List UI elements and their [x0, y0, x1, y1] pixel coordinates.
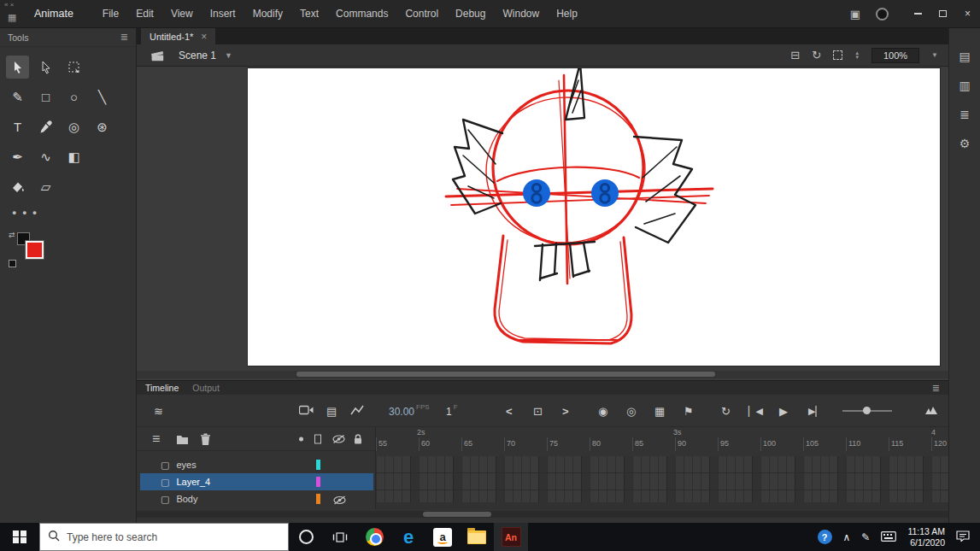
tray-expand-chevron-icon[interactable]: ∧: [843, 531, 851, 543]
tray-keyboard-icon[interactable]: [881, 530, 896, 545]
task-view-button[interactable]: [323, 523, 357, 551]
loop-icon[interactable]: ↻: [721, 404, 731, 417]
zoom-chevron-icon[interactable]: ▼: [931, 51, 938, 59]
zoom-stepper[interactable]: ▲▼: [854, 51, 860, 60]
rotation-icon[interactable]: ↻: [812, 49, 821, 62]
edit-multiple-frames-icon[interactable]: ▦: [654, 404, 665, 417]
edge-button[interactable]: e: [391, 523, 425, 551]
workspace-switcher-icon[interactable]: ▣: [850, 8, 860, 21]
taskbar-search[interactable]: [39, 523, 289, 551]
frame-ruler[interactable]: 2s 3s 4 55606570758085909510010511011512…: [376, 427, 948, 451]
menu-item-view[interactable]: View: [162, 0, 202, 27]
menu-item-window[interactable]: Window: [494, 0, 548, 27]
menu-item-file[interactable]: File: [94, 0, 127, 27]
subselection-tool-icon[interactable]: [34, 56, 57, 79]
graph-editor-icon[interactable]: [350, 403, 364, 419]
scene-breadcrumb[interactable]: Scene 1: [179, 50, 216, 62]
advanced-layers-icon[interactable]: ▤: [326, 404, 337, 417]
timeline-hscroll-thumb[interactable]: [423, 512, 491, 517]
taskbar-clock[interactable]: 11:13 AM 6/1/2020: [907, 526, 945, 548]
eyedropper-tool-icon[interactable]: [34, 115, 57, 138]
oval-tool-icon[interactable]: ○: [62, 85, 85, 108]
lock-all-layers-icon[interactable]: [352, 433, 364, 444]
layer-color-swatch[interactable]: [316, 460, 320, 470]
stage-pasteboard[interactable]: [137, 67, 948, 380]
layer-hidden-icon[interactable]: [333, 493, 346, 508]
delete-layer-icon[interactable]: [200, 433, 211, 445]
layer-row-eyes[interactable]: ▢ eyes: [140, 456, 373, 473]
file-explorer-button[interactable]: [460, 523, 494, 551]
current-frame-value[interactable]: 1F: [446, 403, 458, 419]
pen-tool-icon[interactable]: ✒: [6, 145, 29, 168]
cortana-button[interactable]: [289, 523, 323, 551]
library-panel-icon[interactable]: ▥: [949, 73, 980, 98]
text-tool-icon[interactable]: T: [6, 115, 29, 138]
timeline-hscroll-track[interactable]: [137, 511, 948, 518]
stage-hscroll-track[interactable]: [137, 371, 948, 378]
stage-hscroll-thumb[interactable]: [296, 372, 715, 377]
next-keyframe-icon[interactable]: >: [562, 404, 569, 417]
onion-skin-outlines-icon[interactable]: ◎: [626, 404, 636, 417]
search-input[interactable]: [67, 531, 263, 543]
document-tab[interactable]: Untitled-1* ×: [141, 28, 215, 44]
app-grid-icon[interactable]: ▦: [8, 12, 16, 23]
onion-skin-icon[interactable]: ◉: [598, 404, 607, 417]
paint-bucket-tool-icon[interactable]: [6, 175, 29, 198]
tab-close-icon[interactable]: ×: [201, 31, 207, 43]
menu-item-debug[interactable]: Debug: [447, 0, 494, 27]
tray-pen-icon[interactable]: ✎: [861, 531, 870, 543]
step-forward-icon[interactable]: ▶▏: [808, 405, 823, 416]
tab-timeline[interactable]: Timeline: [145, 383, 179, 393]
gradient-transform-tool-icon[interactable]: ◧: [62, 145, 85, 168]
frame-grid-row[interactable]: [376, 473, 948, 490]
play-icon[interactable]: ▶: [779, 404, 788, 417]
menu-item-insert[interactable]: Insert: [202, 0, 244, 27]
frame-view-icon[interactable]: [924, 403, 938, 419]
tools-panel-menu-icon[interactable]: ≣: [120, 32, 128, 43]
center-stage-icon[interactable]: ⊟: [790, 49, 800, 62]
modify-markers-icon[interactable]: ⚑: [684, 404, 694, 417]
cc-search-icon[interactable]: [876, 8, 889, 21]
animate-app-button[interactable]: An: [494, 523, 528, 551]
stage-canvas[interactable]: [248, 68, 940, 366]
menu-item-commands[interactable]: Commands: [327, 0, 396, 27]
layer-row-layer4[interactable]: ▢ Layer_4: [140, 473, 373, 490]
close-button[interactable]: ×: [955, 0, 980, 27]
scene-dropdown-chevron-icon[interactable]: ▼: [225, 51, 232, 60]
frame-grid-row[interactable]: [376, 456, 948, 473]
more-tools-button[interactable]: ● ● ●: [12, 208, 136, 217]
eraser-tool-icon[interactable]: ▱: [34, 175, 57, 198]
start-button[interactable]: [0, 523, 39, 551]
amazon-button[interactable]: a: [425, 523, 460, 551]
collapse-panel-icon[interactable]: « ×: [4, 1, 14, 9]
outline-column-icon[interactable]: [314, 434, 321, 443]
rectangle-tool-icon[interactable]: □: [34, 85, 57, 108]
highlight-column-icon[interactable]: [299, 437, 303, 441]
default-colors-icon[interactable]: [9, 260, 16, 267]
layer-color-swatch[interactable]: [316, 477, 320, 487]
zoom-select[interactable]: 100%: [871, 48, 919, 63]
layer-color-swatch[interactable]: [316, 494, 320, 504]
action-center-icon[interactable]: [956, 530, 970, 545]
onion-range-slider[interactable]: [842, 410, 892, 412]
previous-keyframe-icon[interactable]: <: [506, 404, 513, 417]
menu-item-text[interactable]: Text: [291, 0, 327, 27]
properties-panel-icon[interactable]: ▤: [949, 44, 980, 69]
menu-item-edit[interactable]: Edit: [127, 0, 162, 27]
onion-skin-stack-icon[interactable]: ≋: [154, 404, 163, 417]
line-tool-icon[interactable]: ╲: [91, 85, 114, 108]
camera-icon[interactable]: [299, 403, 314, 419]
menu-item-help[interactable]: Help: [548, 0, 586, 27]
asset-warp-tool-icon[interactable]: ⊛: [91, 115, 114, 138]
menu-item-control[interactable]: Control: [396, 0, 447, 27]
menu-item-modify[interactable]: Modify: [244, 0, 291, 27]
new-folder-icon[interactable]: [176, 434, 189, 444]
free-transform-tool-icon[interactable]: [62, 56, 85, 79]
hide-all-layers-icon[interactable]: [332, 434, 345, 443]
layer-row-body[interactable]: ▢ Body: [140, 490, 373, 507]
settings-panel-icon[interactable]: ⚙: [949, 131, 980, 156]
tray-help-icon[interactable]: ?: [818, 530, 832, 544]
new-layer-icon[interactable]: ≡: [152, 431, 160, 447]
swap-colors-icon[interactable]: ⇄: [9, 231, 15, 239]
center-frame-icon[interactable]: ⊡: [533, 404, 543, 417]
